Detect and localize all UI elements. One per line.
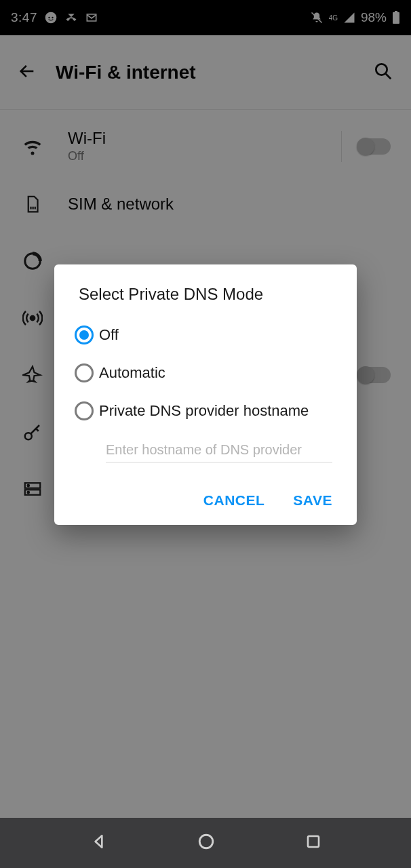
svg-rect-20 [308,836,319,847]
nav-home-icon[interactable] [197,833,215,853]
svg-point-19 [199,835,213,848]
option-provider[interactable]: Private DNS provider hostname [54,392,357,430]
radio-off[interactable] [75,326,94,344]
option-automatic-label: Automatic [99,364,165,382]
radio-automatic[interactable] [75,363,94,382]
nav-recent-icon[interactable] [305,833,321,852]
navigation-bar [0,818,411,868]
screen: 3:47 4G 98% [0,0,411,868]
hostname-input[interactable]: Enter hostname of DNS provider [106,442,332,462]
dialog-actions: CANCEL SAVE [54,462,357,515]
option-provider-label: Private DNS provider hostname [99,402,309,420]
option-off-label: Off [99,326,119,344]
cancel-button[interactable]: CANCEL [203,492,265,509]
nav-back-icon[interactable] [90,833,108,853]
dialog-title: Select Private DNS Mode [54,285,357,316]
option-off[interactable]: Off [54,316,357,354]
private-dns-dialog: Select Private DNS Mode Off Automatic Pr… [54,264,357,525]
option-automatic[interactable]: Automatic [54,354,357,392]
save-button[interactable]: SAVE [293,492,332,509]
radio-provider[interactable] [75,401,94,420]
